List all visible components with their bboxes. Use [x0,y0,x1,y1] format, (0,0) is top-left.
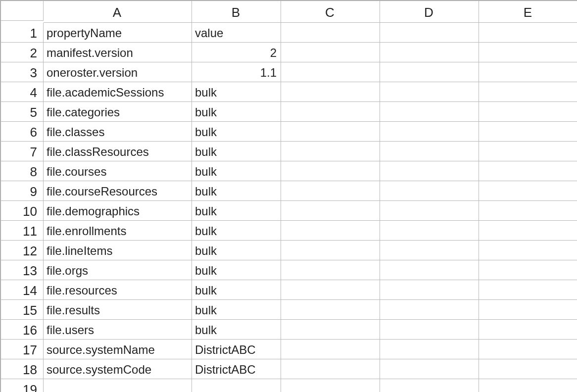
cell-B13[interactable]: bulk [192,260,281,280]
cell-C15[interactable] [281,300,380,320]
cell-A18[interactable]: source.systemCode [44,359,192,379]
cell-C8[interactable] [281,161,380,181]
cell-B10[interactable]: bulk [192,201,281,221]
cell-C5[interactable] [281,102,380,122]
cell-B14[interactable]: bulk [192,280,281,300]
cell-E13[interactable] [479,260,577,280]
cell-D13[interactable] [380,260,479,280]
cell-E10[interactable] [479,201,577,221]
cell-A4[interactable]: file.academicSessions [44,82,192,102]
row-header-1[interactable]: 1 [1,23,44,43]
cell-E18[interactable] [479,359,577,379]
row-header-12[interactable]: 12 [1,241,44,260]
column-header-A[interactable]: A [44,1,192,23]
cell-B5[interactable]: bulk [192,102,281,122]
row-header-8[interactable]: 8 [1,161,44,181]
row-header-18[interactable]: 18 [1,359,44,379]
cell-C18[interactable] [281,359,380,379]
cell-D1[interactable] [380,23,479,43]
cell-B16[interactable]: bulk [192,320,281,340]
cell-C2[interactable] [281,43,380,62]
cell-D4[interactable] [380,82,479,102]
cell-A6[interactable]: file.classes [44,122,192,142]
cell-A12[interactable]: file.lineItems [44,241,192,260]
cell-B2[interactable]: 2 [192,43,281,62]
cell-C13[interactable] [281,260,380,280]
cell-D18[interactable] [380,359,479,379]
cell-B12[interactable]: bulk [192,241,281,260]
cell-C6[interactable] [281,122,380,142]
row-header-7[interactable]: 7 [1,142,44,161]
row-header-10[interactable]: 10 [1,201,44,221]
row-header-6[interactable]: 6 [1,122,44,142]
cell-D12[interactable] [380,241,479,260]
cell-C14[interactable] [281,280,380,300]
cell-D9[interactable] [380,181,479,201]
row-header-4[interactable]: 4 [1,82,44,102]
row-header-2[interactable]: 2 [1,43,44,62]
cell-E12[interactable] [479,241,577,260]
cell-E7[interactable] [479,142,577,161]
cell-C10[interactable] [281,201,380,221]
row-header-19[interactable]: 19 [1,379,44,392]
cell-A13[interactable]: file.orgs [44,260,192,280]
cell-D6[interactable] [380,122,479,142]
row-header-13[interactable]: 13 [1,260,44,280]
cell-D7[interactable] [380,142,479,161]
cell-B3[interactable]: 1.1 [192,62,281,82]
cell-A19[interactable] [44,379,192,392]
cell-A1[interactable]: propertyName [44,23,192,43]
spreadsheet-grid[interactable]: ABCDE1propertyNamevalue2manifest.version… [0,0,577,392]
cell-A8[interactable]: file.courses [44,161,192,181]
column-header-B[interactable]: B [192,1,281,23]
cell-E3[interactable] [479,62,577,82]
cell-D10[interactable] [380,201,479,221]
cell-A11[interactable]: file.enrollments [44,221,192,241]
cell-A9[interactable]: file.courseResources [44,181,192,201]
cell-A16[interactable]: file.users [44,320,192,340]
row-header-11[interactable]: 11 [1,221,44,241]
cell-D19[interactable] [380,379,479,392]
row-header-14[interactable]: 14 [1,280,44,300]
row-header-17[interactable]: 17 [1,340,44,359]
cell-C19[interactable] [281,379,380,392]
cell-B18[interactable]: DistrictABC [192,359,281,379]
cell-E1[interactable] [479,23,577,43]
cell-A2[interactable]: manifest.version [44,43,192,62]
cell-D8[interactable] [380,161,479,181]
cell-C11[interactable] [281,221,380,241]
cell-B4[interactable]: bulk [192,82,281,102]
cell-E15[interactable] [479,300,577,320]
cell-E6[interactable] [479,122,577,142]
cell-C9[interactable] [281,181,380,201]
cell-D15[interactable] [380,300,479,320]
cell-E8[interactable] [479,161,577,181]
cell-E9[interactable] [479,181,577,201]
column-header-D[interactable]: D [380,1,479,23]
cell-A14[interactable]: file.resources [44,280,192,300]
row-header-16[interactable]: 16 [1,320,44,340]
cell-D11[interactable] [380,221,479,241]
cell-D16[interactable] [380,320,479,340]
cell-B11[interactable]: bulk [192,221,281,241]
cell-B19[interactable] [192,379,281,392]
column-header-C[interactable]: C [281,1,380,23]
cell-A17[interactable]: source.systemName [44,340,192,359]
cell-D14[interactable] [380,280,479,300]
cell-E16[interactable] [479,320,577,340]
corner-cell[interactable] [1,1,44,21]
row-header-9[interactable]: 9 [1,181,44,201]
cell-C17[interactable] [281,340,380,359]
cell-E17[interactable] [479,340,577,359]
cell-C3[interactable] [281,62,380,82]
row-header-5[interactable]: 5 [1,102,44,122]
cell-B8[interactable]: bulk [192,161,281,181]
row-header-3[interactable]: 3 [1,62,44,82]
cell-B15[interactable]: bulk [192,300,281,320]
cell-E4[interactable] [479,82,577,102]
cell-C4[interactable] [281,82,380,102]
cell-C1[interactable] [281,23,380,43]
cell-B6[interactable]: bulk [192,122,281,142]
cell-E11[interactable] [479,221,577,241]
cell-D3[interactable] [380,62,479,82]
